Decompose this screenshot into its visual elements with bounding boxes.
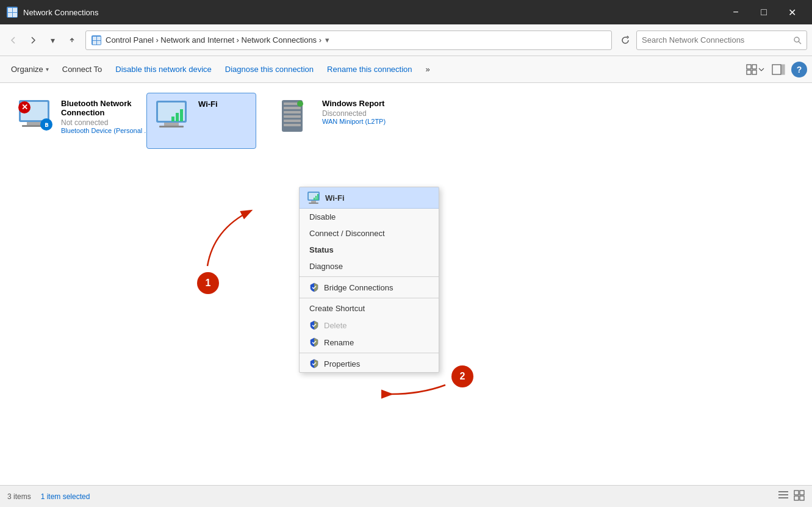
svg-rect-45 bbox=[314, 198, 315, 200]
wifi-item-name: Wi-Fi bbox=[198, 99, 218, 109]
network-item-wifi[interactable]: Wi-Fi bbox=[146, 93, 256, 149]
svg-rect-43 bbox=[311, 201, 316, 203]
svg-rect-28 bbox=[164, 123, 179, 126]
svg-text:✕: ✕ bbox=[21, 102, 28, 112]
context-menu-item-properties[interactable]: Properties bbox=[300, 355, 439, 372]
search-input[interactable] bbox=[642, 35, 789, 45]
windows-report-device: WAN Miniport (L2TP) bbox=[322, 118, 386, 125]
address-path-text: Control Panel › Network and Internet › N… bbox=[106, 35, 322, 45]
windows-report-icon bbox=[277, 99, 307, 135]
svg-rect-17 bbox=[781, 65, 785, 74]
svg-rect-15 bbox=[752, 70, 756, 74]
context-menu-wifi-icon bbox=[307, 191, 320, 204]
address-dropdown-btn[interactable]: ▾ bbox=[325, 35, 329, 45]
shield-icon bbox=[309, 320, 319, 330]
shield-icon bbox=[309, 337, 319, 347]
forward-button[interactable] bbox=[24, 32, 41, 49]
context-menu-separator bbox=[300, 298, 439, 298]
svg-rect-46 bbox=[315, 196, 317, 200]
wifi-connection-icon bbox=[153, 99, 190, 133]
status-bar-right bbox=[778, 490, 805, 503]
network-item-bluetooth[interactable]: ✕ ʙ Bluetooth Network Connection Not con… bbox=[10, 93, 132, 148]
view-options-button[interactable] bbox=[745, 59, 766, 80]
svg-line-11 bbox=[799, 41, 801, 44]
selected-count: 1 item selected bbox=[41, 492, 90, 501]
close-button[interactable]: ✕ bbox=[778, 0, 806, 24]
context-menu-separator bbox=[300, 353, 439, 353]
address-path[interactable]: Control Panel › Network and Internet › N… bbox=[85, 31, 612, 50]
context-menu-item-bridge-connections[interactable]: Bridge Connections bbox=[300, 279, 439, 296]
disable-button[interactable]: Disable this network device bbox=[109, 59, 218, 80]
address-bar: ▾ Control Panel › Network and Internet ›… bbox=[0, 24, 812, 56]
svg-rect-14 bbox=[747, 70, 751, 74]
connect-to-button[interactable]: Connect To bbox=[56, 59, 109, 80]
svg-rect-6 bbox=[93, 37, 96, 40]
bluetooth-connection-icon: ✕ ʙ bbox=[16, 99, 52, 132]
details-view-button[interactable] bbox=[794, 490, 805, 503]
svg-text:ʙ: ʙ bbox=[45, 121, 49, 128]
svg-rect-9 bbox=[97, 41, 101, 45]
content-area: ✕ ʙ Bluetooth Network Connection Not con… bbox=[0, 83, 812, 485]
item-count: 3 items bbox=[7, 492, 31, 501]
minimize-button[interactable]: − bbox=[722, 0, 750, 24]
windows-report-status: Disconnected bbox=[322, 109, 386, 118]
svg-rect-20 bbox=[27, 122, 41, 125]
svg-rect-12 bbox=[747, 65, 751, 69]
svg-rect-31 bbox=[176, 113, 179, 121]
svg-rect-53 bbox=[794, 496, 799, 500]
context-menu-item-create-shortcut[interactable]: Create Shortcut bbox=[300, 300, 439, 317]
svg-rect-52 bbox=[800, 491, 804, 495]
search-icon bbox=[793, 36, 802, 45]
up-button[interactable] bbox=[63, 32, 81, 49]
panel-toggle-button[interactable] bbox=[768, 59, 789, 80]
shield-icon bbox=[309, 359, 319, 369]
shield-icon bbox=[309, 282, 319, 292]
svg-rect-29 bbox=[159, 126, 184, 128]
svg-rect-13 bbox=[752, 65, 756, 69]
svg-rect-35 bbox=[284, 107, 301, 109]
recent-button[interactable]: ▾ bbox=[44, 32, 61, 49]
maximize-button[interactable]: □ bbox=[750, 0, 778, 24]
bluetooth-item-status: Not connected bbox=[61, 118, 153, 127]
toolbar-right: ? bbox=[745, 59, 807, 80]
more-button[interactable]: » bbox=[420, 59, 436, 80]
help-button[interactable]: ? bbox=[791, 62, 807, 77]
svg-rect-8 bbox=[93, 41, 96, 45]
svg-rect-38 bbox=[284, 120, 301, 122]
context-menu-separator bbox=[300, 276, 439, 277]
svg-rect-2 bbox=[13, 8, 17, 12]
svg-point-40 bbox=[297, 101, 303, 107]
svg-rect-32 bbox=[180, 109, 183, 121]
back-button[interactable] bbox=[5, 32, 22, 49]
rename-button[interactable]: Rename this connection bbox=[321, 59, 418, 80]
svg-rect-51 bbox=[794, 491, 799, 495]
refresh-button[interactable] bbox=[617, 32, 634, 49]
toolbar: Organize ▾ Connect To Disable this netwo… bbox=[0, 56, 812, 83]
window-controls: − □ ✕ bbox=[722, 0, 806, 24]
status-bar: 3 items 1 item selected bbox=[0, 485, 812, 507]
annotation-1: 1 bbox=[197, 272, 219, 294]
svg-rect-47 bbox=[317, 194, 318, 200]
svg-rect-4 bbox=[13, 13, 17, 17]
network-items-container: ✕ ʙ Bluetooth Network Connection Not con… bbox=[10, 93, 802, 149]
context-menu-item-diagnose[interactable]: Diagnose bbox=[300, 258, 439, 275]
bluetooth-item-name: Bluetooth Network Connection bbox=[61, 99, 153, 117]
svg-rect-36 bbox=[284, 111, 301, 113]
context-menu-item-status[interactable]: Status bbox=[300, 242, 439, 258]
context-menu-header: Wi-Fi bbox=[300, 187, 439, 209]
svg-rect-7 bbox=[97, 37, 101, 40]
svg-point-10 bbox=[794, 37, 799, 42]
organize-dropdown-arrow: ▾ bbox=[46, 66, 49, 73]
context-menu: Wi-Fi DisableConnect / DisconnectStatusD… bbox=[299, 187, 439, 373]
list-view-button[interactable] bbox=[778, 490, 789, 503]
network-item-windows-report[interactable]: Windows Report Disconnected WAN Miniport… bbox=[271, 93, 393, 148]
diagnose-button[interactable]: Diagnose this connection bbox=[219, 59, 320, 80]
context-menu-item-connect---disconnect[interactable]: Connect / Disconnect bbox=[300, 225, 439, 242]
context-menu-item-rename[interactable]: Rename bbox=[300, 334, 439, 351]
context-menu-item-disable[interactable]: Disable bbox=[300, 209, 439, 225]
title-bar: Network Connections − □ ✕ bbox=[0, 0, 812, 24]
search-box[interactable] bbox=[636, 31, 807, 50]
svg-rect-3 bbox=[8, 13, 12, 17]
svg-rect-1 bbox=[8, 8, 12, 12]
organize-button[interactable]: Organize ▾ bbox=[5, 59, 55, 80]
